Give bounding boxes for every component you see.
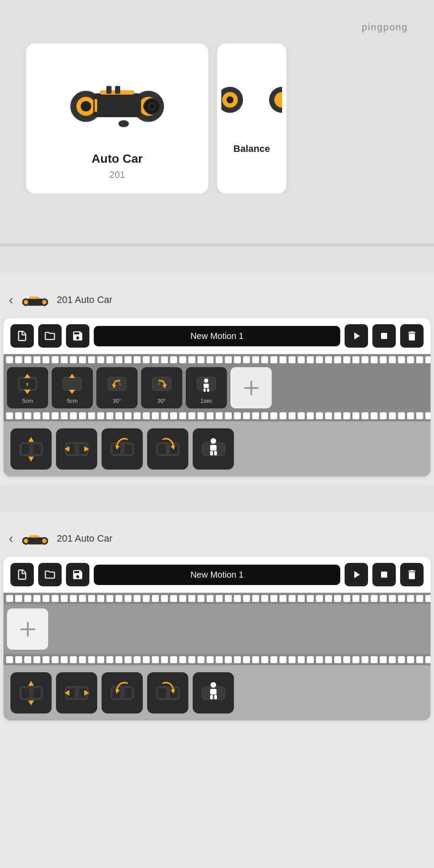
sprocket-hole <box>24 412 31 419</box>
motion-btn-left-right-1[interactable] <box>56 428 97 470</box>
sprocket-hole <box>97 595 104 602</box>
sprocket-hole <box>79 656 86 663</box>
sprocket-hole <box>6 595 13 602</box>
play-button-1[interactable] <box>345 324 368 348</box>
toolbar-right-1 <box>345 324 424 348</box>
add-frame-button-2[interactable] <box>7 608 48 650</box>
motion-btn-person-2[interactable] <box>193 672 234 713</box>
sprocket-hole <box>97 356 104 363</box>
sprocket-hole <box>279 595 286 602</box>
motion-btn-person-1[interactable] <box>193 428 234 470</box>
svg-marker-31 <box>24 374 30 378</box>
sprocket-hole <box>52 656 59 663</box>
filmstrip-frames-2 <box>3 604 431 654</box>
sprocket-hole <box>307 356 314 363</box>
sprocket-hole <box>334 656 341 663</box>
sprocket-hole <box>316 356 323 363</box>
motion-btn-forward-back-2[interactable] <box>10 672 52 713</box>
frame-2-forward[interactable]: 5cm <box>52 367 93 408</box>
motion-btn-rotate-left-2[interactable] <box>102 672 143 713</box>
sprocket-hole <box>334 356 341 363</box>
delete-button-2[interactable] <box>400 563 424 586</box>
motion-btn-rotate-right-1[interactable] <box>147 428 188 470</box>
sprocket-hole <box>416 595 423 602</box>
stop-button-2[interactable] <box>372 563 396 586</box>
back-button-2[interactable]: ‹ <box>9 530 13 546</box>
svg-rect-12 <box>106 86 112 94</box>
sprocket-hole <box>261 412 268 419</box>
sprocket-hole <box>425 356 431 363</box>
robot-mini-icon-2 <box>22 529 48 548</box>
svg-text:⬆: ⬆ <box>26 382 29 387</box>
sprocket-hole <box>24 656 31 663</box>
section-gap-1 <box>0 247 434 273</box>
open-button-2[interactable] <box>38 563 62 586</box>
back-button-1[interactable]: ‹ <box>9 292 13 308</box>
svg-point-98 <box>210 682 216 687</box>
sprocket-hole <box>24 595 31 602</box>
motion-btn-rotate-left-1[interactable] <box>102 428 143 470</box>
frame-1-forward[interactable]: ⬆ ←→ 5cm <box>7 367 48 408</box>
motion-name-2[interactable]: New Motion 1 <box>94 565 340 585</box>
sprocket-hole <box>225 412 232 419</box>
sprocket-hole <box>97 412 104 419</box>
sprocket-hole <box>125 595 132 602</box>
frame-5-wait[interactable]: 1sec <box>186 367 227 408</box>
sprocket-hole <box>125 656 132 663</box>
sprocket-hole <box>207 412 214 419</box>
sprocket-hole <box>316 595 323 602</box>
sprocket-hole <box>70 412 77 419</box>
robot-name-autocar: Auto Car <box>92 152 143 166</box>
svg-point-21 <box>23 300 28 305</box>
sprocket-hole <box>43 356 49 363</box>
sprocket-hole <box>289 656 296 663</box>
save-button-1[interactable] <box>66 324 89 348</box>
sprocket-hole <box>134 595 141 602</box>
delete-button-1[interactable] <box>400 324 424 348</box>
svg-marker-34 <box>69 374 75 378</box>
add-frame-button-1[interactable] <box>230 367 272 408</box>
sprocket-hole <box>197 356 204 363</box>
open-button-1[interactable] <box>38 324 62 348</box>
motion-btn-rotate-right-2[interactable] <box>147 672 188 713</box>
motion-buttons-2 <box>3 665 431 720</box>
sprocket-hole <box>380 656 387 663</box>
stop-button-1[interactable] <box>372 324 396 348</box>
sprocket-hole <box>170 412 177 419</box>
sprocket-hole <box>15 356 22 363</box>
sprocket-hole <box>389 356 396 363</box>
sprocket-hole <box>70 356 77 363</box>
sprocket-hole <box>343 412 350 419</box>
motion-btn-left-right-2[interactable] <box>56 672 97 713</box>
sprocket-hole <box>88 412 95 419</box>
sprocket-hole <box>298 656 305 663</box>
sprocket-hole <box>234 356 241 363</box>
robot-image-autocar <box>65 56 169 143</box>
motion-btn-forward-back-1[interactable] <box>10 428 52 470</box>
new-button-2[interactable] <box>10 563 34 586</box>
sprocket-hole <box>325 656 332 663</box>
motion-name-1[interactable]: New Motion 1 <box>94 326 340 346</box>
sprocket-hole <box>407 656 414 663</box>
sprocket-hole <box>179 356 186 363</box>
sprocket-hole <box>252 656 259 663</box>
robot-card-autocar[interactable]: Auto Car 201 <box>26 43 208 194</box>
sprocket-hole <box>143 656 150 663</box>
sprocket-hole <box>362 412 368 419</box>
frame-3-rotate-left[interactable]: 30° <box>96 367 138 408</box>
robot-card-balance[interactable]: Balance <box>217 43 286 194</box>
sprocket-hole <box>316 412 323 419</box>
svg-point-23 <box>42 300 46 305</box>
play-button-2[interactable] <box>345 563 368 586</box>
frame-4-rotate-right[interactable]: 30° <box>141 367 182 408</box>
new-button-1[interactable] <box>10 324 34 348</box>
sprocket-hole <box>161 356 168 363</box>
svg-point-73 <box>42 539 46 543</box>
sprocket-hole <box>52 356 59 363</box>
robot-selector-section: pingpong <box>0 0 434 243</box>
filmstrip-2 <box>3 593 431 665</box>
sprocket-hole <box>143 356 150 363</box>
sprocket-hole <box>106 412 113 419</box>
frame-icon-wait <box>194 372 218 396</box>
save-button-2[interactable] <box>66 563 89 586</box>
